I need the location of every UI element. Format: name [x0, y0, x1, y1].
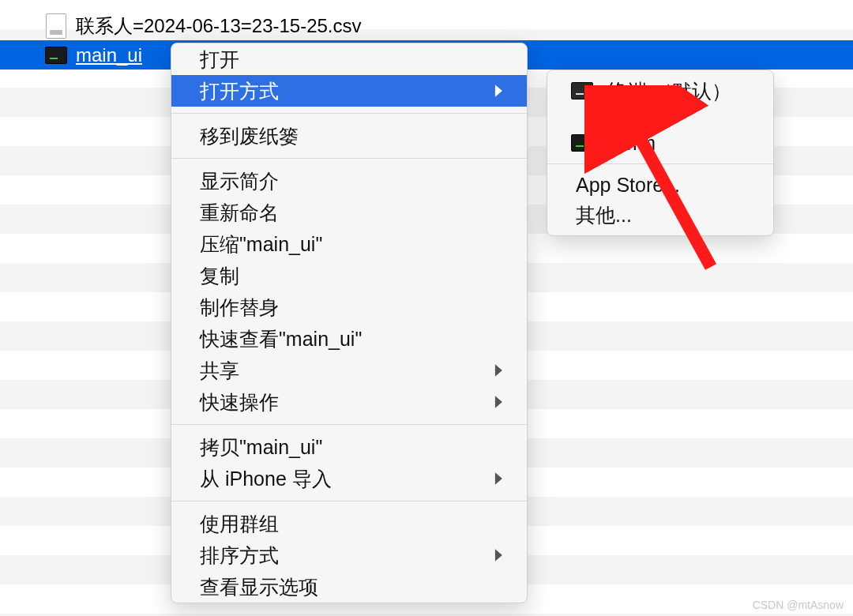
csv-file-icon	[44, 14, 68, 38]
menu-label: 重新命名	[200, 200, 279, 226]
menu-rename[interactable]: 重新命名	[171, 197, 527, 228]
menu-label: 移到废纸篓	[200, 123, 299, 149]
menu-view-options[interactable]: 查看显示选项	[171, 571, 527, 603]
terminal-app-icon	[569, 81, 595, 101]
menu-copy[interactable]: 复制	[171, 260, 527, 291]
file-name: 联系人=2024-06-13=23-15-25.csv	[76, 13, 362, 39]
menu-label: 其他...	[576, 202, 632, 228]
menu-label: 从 iPhone 导入	[200, 466, 332, 492]
menu-label: iTerm	[607, 132, 656, 155]
menu-label: 复制	[200, 263, 239, 289]
menu-label: 查看显示选项	[200, 574, 318, 600]
file-row-csv[interactable]: 联系人=2024-06-13=23-15-25.csv	[0, 11, 853, 40]
menu-open-with[interactable]: 打开方式	[171, 75, 527, 107]
submenu-arrow-icon	[494, 548, 505, 562]
menu-use-groups[interactable]: 使用群组	[171, 508, 527, 539]
submenu-iterm[interactable]: iTerm	[547, 129, 773, 157]
menu-label: 压缩"main_ui"	[200, 231, 322, 257]
menu-label: 打开	[200, 47, 239, 73]
menu-open[interactable]: 打开	[171, 43, 527, 75]
separator	[171, 424, 527, 425]
menu-share[interactable]: 共享	[171, 355, 527, 386]
menu-get-info[interactable]: 显示简介	[171, 165, 527, 197]
separator	[171, 113, 527, 114]
separator	[171, 501, 527, 501]
open-with-submenu: 终端 （默认） iTerm App Store... 其他...	[547, 69, 774, 236]
menu-sort-by[interactable]: 排序方式	[171, 539, 527, 571]
menu-label: 打开方式	[200, 78, 279, 104]
menu-trash[interactable]: 移到废纸篓	[171, 120, 527, 152]
submenu-arrow-icon	[494, 84, 505, 98]
submenu-arrow-icon	[494, 471, 505, 486]
menu-label: 使用群组	[200, 511, 279, 537]
iterm-app-icon	[569, 133, 595, 153]
exec-file-icon	[44, 43, 68, 67]
watermark: CSDN @mtAsnow	[753, 599, 844, 611]
submenu-arrow-icon	[494, 363, 505, 377]
context-menu: 打开 打开方式 移到废纸篓 显示简介 重新命名 压缩"main_ui" 复制 制…	[171, 43, 528, 603]
menu-label: 显示简介	[200, 168, 279, 194]
menu-quick-actions[interactable]: 快速操作	[171, 386, 527, 418]
menu-label: 制作替身	[200, 295, 279, 321]
menu-label: 共享	[200, 358, 239, 384]
menu-quick-look[interactable]: 快速查看"main_ui"	[171, 323, 527, 355]
submenu-arrow-icon	[494, 395, 505, 409]
menu-import-iphone[interactable]: 从 iPhone 导入	[171, 463, 527, 494]
menu-label: 拷贝"main_ui"	[200, 434, 322, 460]
menu-label: 排序方式	[200, 543, 279, 569]
separator	[171, 158, 527, 159]
submenu-app-store[interactable]: App Store...	[547, 171, 773, 199]
separator	[547, 163, 773, 164]
submenu-other[interactable]: 其他...	[547, 199, 773, 231]
menu-copy-item[interactable]: 拷贝"main_ui"	[171, 431, 527, 463]
menu-label: App Store...	[576, 174, 680, 197]
menu-label: 快速操作	[200, 389, 279, 415]
menu-label: 终端 （默认）	[607, 78, 731, 104]
menu-make-alias[interactable]: 制作替身	[171, 291, 527, 323]
file-name: main_ui	[76, 44, 142, 66]
menu-compress[interactable]: 压缩"main_ui"	[171, 228, 527, 260]
submenu-terminal[interactable]: 终端 （默认）	[547, 75, 773, 107]
menu-label: 快速查看"main_ui"	[200, 326, 362, 352]
